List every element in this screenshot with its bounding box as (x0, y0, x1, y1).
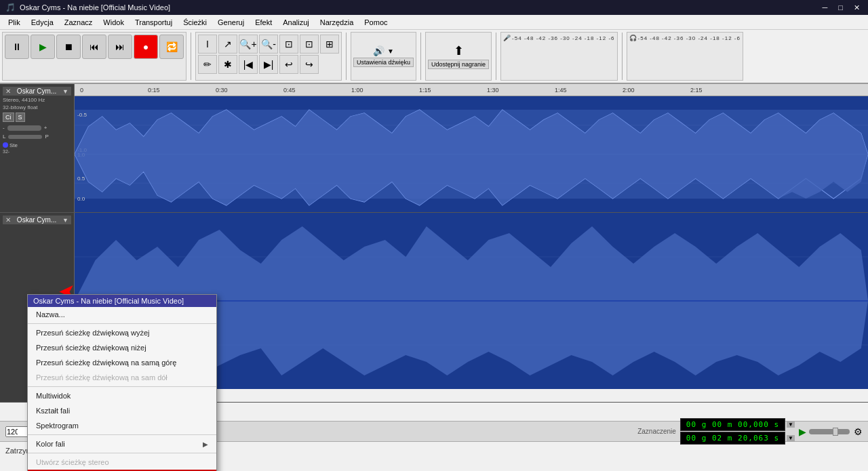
loop-button[interactable]: 🔁 (159, 35, 184, 59)
track1-name-bar: ✕ Oskar Cym... ▼ (3, 87, 71, 96)
play-button[interactable]: ▶ (31, 35, 55, 59)
gain-label: - (3, 125, 5, 131)
output-scale: -54 -48 -42 -36 -30 -24 -18 -12 -6 (638, 35, 741, 41)
window-controls: ─ □ ✕ (820, 3, 863, 12)
track1-waveform[interactable]: wave data here -0.5 -1.0 1.0 0.5 0.0 (75, 96, 868, 212)
menu-item-zaznacz[interactable]: Zaznacz (59, 17, 98, 28)
trim-right[interactable]: ▶| (259, 55, 278, 74)
ctx-separator (28, 323, 216, 324)
menu-item-edycja[interactable]: Edycja (26, 17, 59, 28)
menu-item-pomoc[interactable]: Pomoc (359, 17, 393, 28)
svg-text:0.5: 0.5 (77, 176, 85, 182)
zoom-in-btn[interactable]: 🔍+ (239, 35, 258, 54)
ruler-tick-215: 2:15 (690, 87, 703, 94)
menu-item-narzędzia[interactable]: Narzędzia (315, 17, 359, 28)
time-dropdown-1[interactable]: ▼ (787, 422, 795, 428)
svg-text:-0.5: -0.5 (77, 112, 87, 118)
pan-label: L (3, 134, 5, 140)
track2-dropdown[interactable]: ▼ (62, 217, 68, 224)
transport-group: ⏸ ▶ ⏹ ⏮ ⏭ ● 🔁 (2, 32, 186, 81)
pause-button[interactable]: ⏸ (5, 35, 29, 59)
ctx-item-kolor_fali[interactable]: Kolor fali▶ (28, 436, 216, 451)
gain-slider[interactable] (7, 125, 41, 131)
track2-close[interactable]: ✕ (5, 216, 11, 224)
ctx-item-label-przesunn_nizej: Przesuń ścieżkę dźwiękową niżej (36, 344, 146, 352)
main-workspace: ✕ Oskar Cym... ▼ Stereo, 44100 Hz 32-bit… (0, 84, 868, 421)
mute-btn[interactable]: Ci (3, 112, 14, 122)
minimize-button[interactable]: ─ (820, 3, 831, 12)
ruler-tick-30: 0:30 (216, 87, 228, 94)
menu-item-efekt[interactable]: Efekt (250, 17, 277, 28)
audio-settings-group: 🔊 ▼ Ustawienia dźwięku (351, 32, 416, 81)
zoom-full-btn[interactable]: ⊞ (320, 35, 339, 54)
prev-button[interactable]: ⏮ (82, 35, 106, 59)
track1-bitdepth: 32-bitowy float (3, 104, 71, 110)
ctx-item-spektrogram[interactable]: Spektrogram (28, 418, 216, 433)
envelope-tool[interactable]: ↗ (218, 35, 237, 54)
speaker-icon: 🔊 (373, 45, 384, 56)
volume-arrow[interactable]: ▼ (387, 47, 394, 55)
next-button[interactable]: ⏭ (108, 35, 132, 59)
stop-button[interactable]: ⏹ (56, 35, 81, 59)
ctx-item-label-kolor_fali: Kolor fali (36, 440, 65, 448)
share-button[interactable]: Udostępnij nagranie (428, 60, 489, 69)
maximize-button[interactable]: □ (835, 3, 846, 12)
position-slider[interactable] (809, 429, 850, 434)
tools-group: I ↗ 🔍+ 🔍- ⊡ ⊡ ⊞ ✏ ✱ |◀ ▶| ↩ ↪ (195, 32, 342, 81)
time-display-2: 00 g 02 m 20,063 s ▼ (680, 432, 795, 445)
ctx-item-nazwa[interactable]: Nazwa... (28, 307, 216, 322)
track1-close[interactable]: ✕ (5, 87, 11, 95)
ctx-item-przesunn_nizej[interactable]: Przesuń ścieżkę dźwiękową niżej (28, 340, 216, 355)
solo-btn[interactable]: S (16, 112, 25, 122)
share-icon: ⬆ (454, 43, 464, 58)
select-tool[interactable]: I (198, 35, 217, 54)
multi-tool[interactable]: ✱ (218, 55, 237, 74)
zoom-fit-btn[interactable]: ⊡ (279, 35, 298, 54)
trim-left[interactable]: |◀ (239, 55, 258, 74)
record-button[interactable]: ● (134, 35, 158, 59)
ctx-item-przesunn_gore[interactable]: Przesuń ścieżkę dźwiękową na samą górę (28, 355, 216, 370)
ctx-separator (28, 434, 216, 435)
track1-info: ✕ Oskar Cym... ▼ Stereo, 44100 Hz 32-bit… (0, 84, 75, 212)
pan-slider[interactable] (8, 135, 42, 139)
input-meter-group: 🎤 -54 -48 -42 -36 -30 -24 -18 -12 -6 (500, 32, 617, 81)
draw-tool[interactable]: ✏ (198, 55, 217, 74)
play-region-icon[interactable]: ▶ (799, 426, 806, 437)
track1-wrapper: ✕ Oskar Cym... ▼ Stereo, 44100 Hz 32-bit… (0, 84, 868, 213)
close-button[interactable]: ✕ (851, 3, 863, 12)
menu-item-ścieżki[interactable]: Ścieżki (178, 17, 212, 28)
menu-item-plik[interactable]: Plik (3, 17, 26, 28)
mic-icon: 🎤 (503, 35, 511, 41)
redo-btn[interactable]: ↪ (300, 55, 319, 74)
menu-item-analizuj[interactable]: Analizuj (277, 17, 315, 28)
ctx-item-label-spektrogram: Spektrogram (36, 422, 79, 430)
ctx-item-ksztalt_fali[interactable]: Kształt fali (28, 403, 216, 418)
audio-settings-button[interactable]: Ustawienia dźwięku (353, 58, 414, 67)
output-meter-group: 🎧 -54 -48 -42 -36 -30 -24 -18 -12 -6 (627, 32, 743, 81)
svg-text:0.0: 0.0 (77, 196, 85, 202)
ruler-tick-130: 1:30 (487, 87, 499, 94)
headphone-icon: 🎧 (629, 35, 637, 41)
context-menu: Oskar Cyms - Na niebie [Official Music V… (27, 294, 217, 471)
track1-right: 0 0:15 0:30 0:45 1:00 1:15 1:30 1:45 2:0… (75, 84, 868, 212)
bpm-input[interactable] (5, 426, 29, 437)
ruler-tick-100: 1:00 (351, 87, 363, 94)
track1-dropdown[interactable]: ▼ (62, 88, 68, 95)
ruler-tick-145: 1:45 (555, 87, 567, 94)
menu-item-generuj[interactable]: Generuj (212, 17, 250, 28)
ctx-arrow-kolor_fali: ▶ (203, 441, 208, 448)
time-dropdown-2[interactable]: ▼ (787, 435, 795, 441)
undo-btn[interactable]: ↩ (279, 55, 298, 74)
ctx-item-przesunn_wyzej[interactable]: Przesuń ścieżkę dźwiękową wyżej (28, 325, 216, 340)
ctx-item-multiwidok[interactable]: Multiwidok (28, 388, 216, 403)
ctx-header-text: Oskar Cyms - Na niebie [Official Music V… (33, 297, 184, 305)
zoom-out-btn[interactable]: 🔍- (259, 35, 278, 54)
menu-item-transportuj[interactable]: Transportuj (130, 17, 178, 28)
ctx-item-label-przesunn_dol: Przesuń ścieżkę dźwiękową na sam dół (36, 373, 167, 382)
settings-icon[interactable]: ⚙ (854, 426, 863, 437)
menu-item-widok[interactable]: Widok (98, 17, 130, 28)
zoom-fit2-btn[interactable]: ⊡ (300, 35, 319, 54)
ctx-item-label-multiwidok: Multiwidok (36, 392, 71, 400)
ruler-tick-15: 0:15 (148, 87, 160, 94)
menubar: PlikEdycjaZaznaczWidokTransportujŚcieżki… (0, 15, 868, 30)
